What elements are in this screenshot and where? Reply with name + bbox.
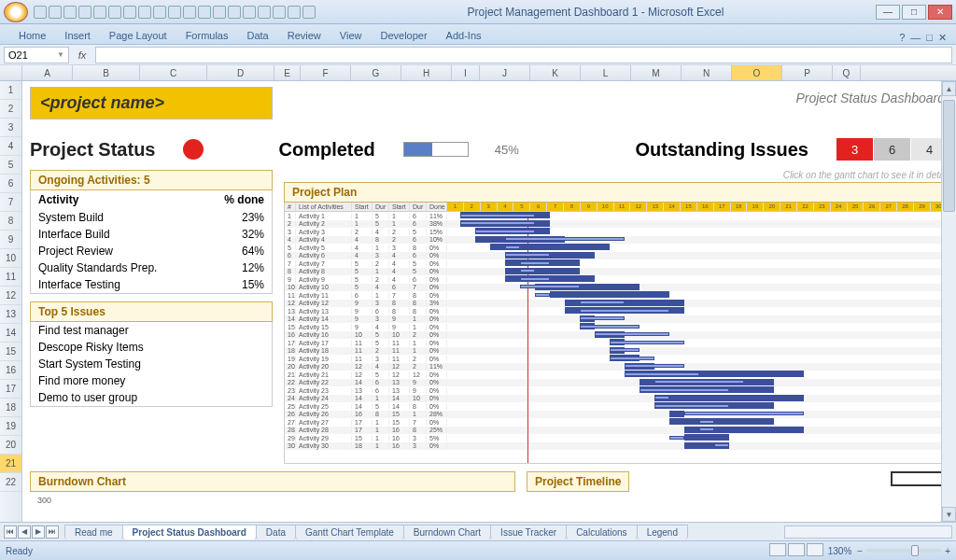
window-restore-icon[interactable]: □ (926, 32, 933, 44)
tab-nav-prev-icon[interactable]: ◀ (18, 525, 31, 539)
sheet-tab-data[interactable]: Data (256, 525, 296, 539)
ribbon-minimize-icon[interactable]: — (910, 32, 921, 44)
help-icon[interactable]: ? (899, 32, 905, 44)
qat-item[interactable] (93, 6, 106, 19)
qat-redo-icon[interactable] (63, 6, 77, 19)
qat-item[interactable] (153, 6, 166, 19)
selected-cell-cursor[interactable] (891, 471, 943, 486)
column-header-A[interactable]: A (22, 65, 73, 80)
row-header-14[interactable]: 14 (0, 324, 21, 343)
scroll-down-icon[interactable]: ▼ (942, 507, 956, 522)
zoom-level[interactable]: 130% (828, 546, 852, 556)
row-header-6[interactable]: 6 (0, 175, 21, 193)
row-header-15[interactable]: 15 (0, 343, 21, 361)
column-header-D[interactable]: D (207, 65, 274, 80)
row-header-20[interactable]: 20 (0, 436, 21, 455)
zoom-slider[interactable] (866, 549, 941, 553)
page-break-view-icon[interactable] (807, 543, 823, 556)
row-header-9[interactable]: 9 (0, 231, 21, 249)
page-layout-view-icon[interactable] (788, 543, 805, 556)
qat-item[interactable] (108, 6, 121, 19)
qat-item[interactable] (138, 6, 151, 19)
row-header-13[interactable]: 13 (0, 305, 21, 324)
ribbon-tab-page-layout[interactable]: Page Layout (100, 27, 176, 44)
qat-item[interactable] (168, 6, 181, 19)
sheet-tab-read-me[interactable]: Read me (64, 525, 123, 539)
minimize-button[interactable]: — (876, 5, 900, 20)
row-header-10[interactable]: 10 (0, 249, 21, 268)
name-box[interactable]: O21 ▼ (4, 47, 69, 63)
column-header-G[interactable]: G (351, 65, 401, 80)
worksheet-area[interactable]: <project name> Project Status Dashboard … (22, 81, 956, 522)
project-name-cell[interactable]: <project name> (30, 87, 273, 119)
ribbon-tab-view[interactable]: View (330, 27, 372, 44)
column-header-C[interactable]: C (140, 65, 207, 80)
tab-nav-next-icon[interactable]: ▶ (32, 525, 45, 539)
qat-item[interactable] (213, 6, 226, 19)
ribbon-tab-formulas[interactable]: Formulas (176, 27, 238, 44)
row-header-21[interactable]: 21 (0, 455, 21, 473)
row-header-7[interactable]: 7 (0, 193, 21, 212)
column-header-P[interactable]: P (782, 65, 833, 80)
ribbon-tab-home[interactable]: Home (9, 27, 55, 44)
column-header-I[interactable]: I (452, 65, 480, 80)
close-button[interactable]: ✕ (928, 5, 952, 20)
row-header-1[interactable]: 1 (0, 81, 21, 100)
scroll-thumb[interactable] (943, 100, 955, 212)
row-header-17[interactable]: 17 (0, 380, 21, 399)
row-header-11[interactable]: 11 (0, 268, 21, 287)
column-header-J[interactable]: J (480, 65, 530, 80)
column-header-O[interactable]: O (732, 65, 782, 80)
row-header-12[interactable]: 12 (0, 287, 21, 305)
row-header-16[interactable]: 16 (0, 361, 21, 380)
row-header-3[interactable]: 3 (0, 119, 21, 137)
column-header-M[interactable]: M (631, 65, 682, 80)
row-header-2[interactable]: 2 (0, 100, 21, 119)
scroll-up-icon[interactable]: ▲ (942, 81, 956, 96)
dropdown-icon[interactable]: ▼ (57, 50, 64, 59)
sheet-tab-gantt-chart-template[interactable]: Gantt Chart Template (295, 525, 404, 539)
gantt-chart[interactable]: # List of Activities Start Dur Start Dur… (284, 203, 949, 464)
fx-icon[interactable]: fx (73, 49, 91, 61)
qat-item[interactable] (273, 6, 286, 19)
close-workbook-icon[interactable]: ✕ (938, 32, 947, 44)
qat-undo-icon[interactable] (49, 6, 62, 19)
qat-item[interactable] (243, 6, 256, 19)
ribbon-tab-insert[interactable]: Insert (55, 27, 100, 44)
qat-item[interactable] (228, 6, 241, 19)
row-header-4[interactable]: 4 (0, 137, 21, 156)
sheet-tab-legend[interactable]: Legend (637, 525, 688, 539)
horizontal-scrollbar[interactable] (784, 525, 952, 539)
row-header-22[interactable]: 22 (0, 473, 21, 492)
zoom-out-icon[interactable]: − (857, 546, 863, 556)
row-header-18[interactable]: 18 (0, 399, 21, 417)
qat-item[interactable] (198, 6, 211, 19)
ribbon-tab-add-ins[interactable]: Add-Ins (437, 27, 491, 44)
column-header-E[interactable]: E (274, 65, 301, 80)
qat-item[interactable] (288, 6, 301, 19)
qat-item[interactable] (123, 6, 136, 19)
column-header-L[interactable]: L (581, 65, 631, 80)
qat-print-icon[interactable] (78, 6, 91, 19)
sheet-tab-calculations[interactable]: Calculations (566, 525, 637, 539)
column-header-F[interactable]: F (301, 65, 351, 80)
office-button[interactable] (4, 2, 28, 22)
column-header-N[interactable]: N (682, 65, 732, 80)
row-header-8[interactable]: 8 (0, 212, 21, 231)
tab-nav-first-icon[interactable]: ⏮ (4, 525, 17, 539)
select-all-corner[interactable] (0, 65, 22, 80)
qat-more-icon[interactable] (302, 6, 316, 19)
vertical-scrollbar[interactable]: ▲ ▼ (941, 81, 956, 522)
row-header-5[interactable]: 5 (0, 156, 21, 175)
ribbon-tab-data[interactable]: Data (237, 27, 277, 44)
sheet-tab-burndown-chart[interactable]: Burndown Chart (403, 525, 491, 539)
column-header-Q[interactable]: Q (833, 65, 861, 80)
column-header-H[interactable]: H (401, 65, 452, 80)
row-header-19[interactable]: 19 (0, 417, 21, 436)
qat-save-icon[interactable] (34, 6, 47, 19)
zoom-in-icon[interactable]: + (945, 546, 950, 556)
maximize-button[interactable]: □ (902, 5, 926, 20)
qat-item[interactable] (183, 6, 196, 19)
ribbon-tab-developer[interactable]: Developer (371, 27, 436, 44)
column-header-K[interactable]: K (530, 65, 581, 80)
